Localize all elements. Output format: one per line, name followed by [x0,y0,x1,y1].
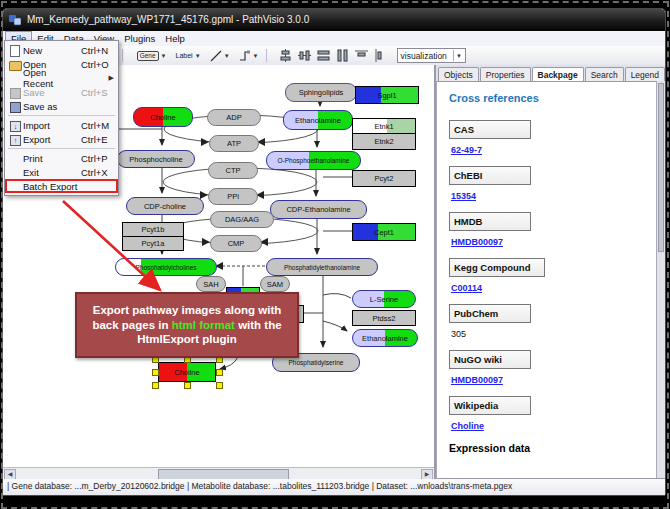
tab-backpage[interactable]: Backpage [532,67,584,82]
menu-item-help[interactable]: Help [160,32,190,45]
pathway-node-pcyt1a[interactable]: Pcyt1a [122,236,184,251]
scroll-left-icon[interactable]: ◀ [4,469,16,479]
pathway-node-pcyt2[interactable]: Pcyt2 [352,170,416,187]
annotation-callout: Export pathway images along with back pa… [75,292,299,358]
selection-handle[interactable] [152,369,159,376]
file-menu-item-label: Save as [23,101,81,112]
side-panel-tabs: ObjectsPropertiesBackpageSearchLegend [436,65,665,81]
chevron-down-icon[interactable]: ▼ [224,53,230,59]
pathway-node-cept1[interactable]: Cept1 [352,223,416,241]
menu-item-plugins[interactable]: Plugins [119,32,160,45]
pathway-node-choline[interactable]: Choline [158,362,216,382]
pathway-node-cdp-ethanolamine[interactable]: CDP-Ethanolamine [270,200,367,219]
selection-handle[interactable] [184,382,191,389]
xref-value[interactable]: Choline [451,421,656,431]
file-menu: NewCtrl+NOpenCtrl+OOpen Recent▶SaveCtrl+… [4,40,119,196]
shortcut-label: Ctrl+X [81,167,114,178]
scroll-right-icon[interactable]: ▶ [421,469,433,479]
pathvisio-window: Mm_Kennedy_pathway_WP1771_45176.gpml - P… [2,8,666,496]
pathway-node-phosphocholine[interactable]: Phosphocholine [117,150,195,168]
add-label-button[interactable]: Label ▼ [175,48,202,63]
pathway-node-etnk2[interactable]: Etnk2 [352,133,416,150]
xref-section-pubchem: PubChem [449,304,531,323]
file-menu-item-export[interactable]: ↑ExportCtrl+E [5,132,118,146]
toolbar-separator [122,49,123,62]
file-menu-item-import[interactable]: ↓ImportCtrl+M [5,118,118,132]
callout-highlight: html format [172,319,235,331]
scrollbar-thumb[interactable] [158,469,289,479]
tab-properties[interactable]: Properties [480,67,531,81]
visualization-combo[interactable]: visualization ▼ [397,48,466,63]
label-tool-icon: Label [176,52,193,59]
align-center-y-icon[interactable] [298,49,311,62]
line-icon [210,50,222,62]
xref-section-cas: CAS [449,120,531,139]
scrollbar-thumb[interactable] [658,83,664,252]
pathway-node-cdp-choline[interactable]: CDP-choline [126,197,204,215]
status-bar: | Gene database: ...m_Derby_20120602.bri… [3,478,665,495]
pathway-node-cmp[interactable]: CMP [210,235,262,252]
pathway-node-phosphatidylethanolamine[interactable]: Phosphatidylethanolamine [266,258,378,276]
pathway-node-phosphatidylcholines[interactable]: Phosphatidylcholines [115,258,217,276]
shortcut-label: Ctrl+N [81,45,114,56]
pathway-node-sah[interactable]: SAH [196,276,226,292]
chevron-down-icon[interactable]: ▼ [195,53,201,59]
pathway-node-sphingolipids[interactable]: Sphingolipids [285,83,357,102]
horizontal-scrollbar[interactable]: ◀ ▶ [3,467,434,479]
tab-legend[interactable]: Legend [625,67,665,81]
elbow-tool-button[interactable]: ▼ [238,48,260,63]
file-menu-item-batch-export[interactable]: Batch Export [5,179,118,193]
xref-section-hmdb: HMDB [449,212,531,231]
align-top-icon[interactable] [355,49,368,62]
cross-references-heading: Cross references [449,92,656,104]
align-left-icon[interactable] [374,49,387,62]
common-width-icon[interactable] [317,49,330,62]
chevron-down-icon[interactable]: ▼ [453,50,465,61]
xref-value[interactable]: 15354 [451,191,656,201]
file-menu-item-open-recent[interactable]: Open Recent▶ [5,71,118,85]
save-as-icon [8,101,23,112]
file-menu-item-print[interactable]: PrintCtrl+P [5,151,118,165]
common-height-icon[interactable] [336,49,349,62]
pathway-node-adp[interactable]: ADP [207,109,261,126]
chevron-down-icon[interactable]: ▼ [253,53,259,59]
pathway-node-sam[interactable]: SAM [260,276,290,292]
file-menu-item-new[interactable]: NewCtrl+N [5,43,118,57]
pathway-node-ctp[interactable]: CTP [208,162,258,179]
title-bar[interactable]: Mm_Kennedy_pathway_WP1771_45176.gpml - P… [3,9,665,31]
file-menu-item-label: Exit [23,167,81,178]
xref-section-wikipedia: Wikipedia [449,396,531,415]
pathway-node-choline[interactable]: Choline [133,107,193,127]
pathway-node-ptdss2[interactable]: Ptdss2 [352,310,416,326]
xref-section-nugo-wiki: NuGO wiki [449,350,531,369]
selection-handle[interactable] [152,382,159,389]
pathway-node-dag-aag[interactable]: DAG/AAG [210,211,274,228]
chevron-down-icon[interactable]: ▼ [161,53,167,59]
selection-handle[interactable] [216,382,223,389]
xref-value[interactable]: 62-49-7 [451,145,656,155]
pathway-node-ethanolamine[interactable]: Ethanolamine [352,329,418,347]
tab-search[interactable]: Search [585,67,624,81]
vertical-scrollbar[interactable] [656,81,665,479]
xref-value[interactable]: HMDB00097 [451,237,656,247]
file-menu-item-exit[interactable]: ExitCtrl+X [5,165,118,179]
pathway-node-o-phosphoethanolamine[interactable]: O-Phosphoethanolamine [266,151,361,170]
app-icon [9,14,21,26]
shortcut-label: Ctrl+O [81,59,114,70]
xref-value[interactable]: C00114 [451,283,656,293]
pathway-node-pcyt1b[interactable]: Pcyt1b [122,222,184,237]
tab-objects[interactable]: Objects [438,67,479,81]
add-datanode-button[interactable]: Gene ▼ [136,48,168,63]
xref-value[interactable]: HMDB00097 [451,375,656,385]
pathway-node-l-serine[interactable]: L-Serine [352,290,416,308]
selection-handle[interactable] [216,369,223,376]
pathway-node-sgpl1[interactable]: Sgpl1 [355,86,419,104]
file-menu-item-save-as[interactable]: Save as [5,99,118,113]
pathway-node-ethanolamine[interactable]: Ethanolamine [283,110,353,130]
file-menu-item-save[interactable]: SaveCtrl+S [5,85,118,99]
status-text: | Gene database: ...m_Derby_20120602.bri… [7,481,512,491]
align-center-x-icon[interactable] [279,49,292,62]
pathway-node-atp[interactable]: ATP [209,135,259,152]
line-tool-button[interactable]: ▼ [209,48,231,63]
pathway-node-ppi[interactable]: PPi [208,188,258,205]
